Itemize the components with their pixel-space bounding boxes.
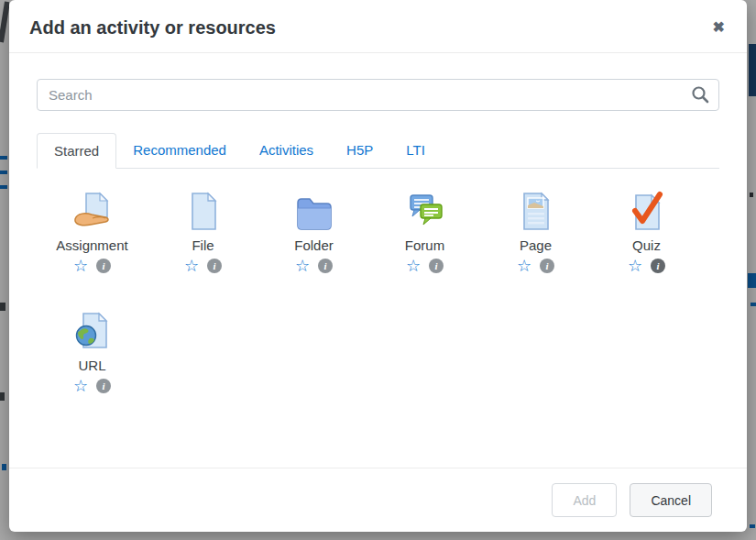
module-actions: ☆ i [517,258,554,274]
tab-starred[interactable]: Starred [37,133,116,169]
module-forum[interactable]: Forum ☆ i [369,189,480,274]
info-icon[interactable]: i [207,259,222,273]
modal-title: Add an activity or resources [29,17,276,39]
module-actions: ☆ i [73,258,111,274]
module-url[interactable]: URL ☆ i [37,309,148,394]
star-icon[interactable]: ☆ [295,258,310,274]
module-label[interactable]: Folder [294,237,334,253]
star-icon[interactable]: ☆ [517,258,531,274]
file-icon[interactable] [183,189,224,233]
star-icon[interactable]: ☆ [73,378,88,394]
info-glyph: i [435,260,438,271]
module-folder[interactable]: Folder ☆ i [258,189,369,274]
modal-footer: Add Cancel [9,468,747,532]
module-label[interactable]: Assignment [56,237,127,253]
module-label[interactable]: Page [520,237,552,253]
info-glyph: i [103,380,105,391]
modal-body: Starred Recommended Activities H5P LTI A… [9,53,747,468]
search-bar [37,79,719,111]
info-icon[interactable]: i [540,259,554,273]
module-label[interactable]: File [192,237,214,253]
info-icon[interactable]: i [429,259,444,273]
info-icon[interactable]: i [651,259,665,273]
module-actions: ☆ i [406,258,444,274]
assignment-icon[interactable] [72,189,113,233]
info-glyph: i [657,260,660,271]
tab-lti[interactable]: LTI [389,133,442,169]
tab-h5p[interactable]: H5P [330,133,389,169]
cancel-button[interactable]: Cancel [630,483,712,517]
star-icon[interactable]: ☆ [184,258,199,274]
module-page[interactable]: Page ☆ i [480,189,591,274]
quiz-icon[interactable] [627,189,667,233]
module-actions: ☆ i [73,378,111,394]
module-assignment[interactable]: Assignment ☆ i [37,189,148,274]
add-button[interactable]: Add [552,483,617,517]
module-quiz[interactable]: Quiz ☆ i [591,189,702,274]
modal-header: Add an activity or resources ✖ [9,0,747,53]
info-icon[interactable]: i [96,379,111,393]
info-icon[interactable]: i [318,259,333,273]
star-icon[interactable]: ☆ [628,258,642,274]
info-glyph: i [103,260,105,271]
star-icon[interactable]: ☆ [73,258,88,274]
module-label[interactable]: Forum [405,237,444,253]
page-icon[interactable] [516,189,556,233]
tab-recommended[interactable]: Recommended [116,133,243,169]
module-grid: Assignment ☆ i File ☆ i [37,169,719,429]
module-file[interactable]: File ☆ i [148,189,258,274]
info-glyph: i [214,260,216,271]
url-icon[interactable] [72,309,113,353]
module-label[interactable]: URL [78,358,105,373]
info-glyph: i [546,260,549,271]
add-activity-modal: Add an activity or resources ✖ Starred R… [9,0,747,532]
module-actions: ☆ i [628,258,665,274]
module-label[interactable]: Quiz [632,237,661,253]
close-icon[interactable]: ✖ [706,17,732,39]
tab-activities[interactable]: Activities [243,133,330,169]
modal-tabs: Starred Recommended Activities H5P LTI [37,133,719,169]
search-icon[interactable] [690,84,710,105]
info-icon[interactable]: i [96,259,111,273]
folder-icon[interactable] [294,189,334,233]
star-icon[interactable]: ☆ [406,258,421,274]
search-input[interactable] [37,79,719,111]
forum-icon[interactable] [405,189,445,233]
info-glyph: i [324,260,327,271]
module-actions: ☆ i [295,258,333,274]
module-actions: ☆ i [184,258,222,274]
